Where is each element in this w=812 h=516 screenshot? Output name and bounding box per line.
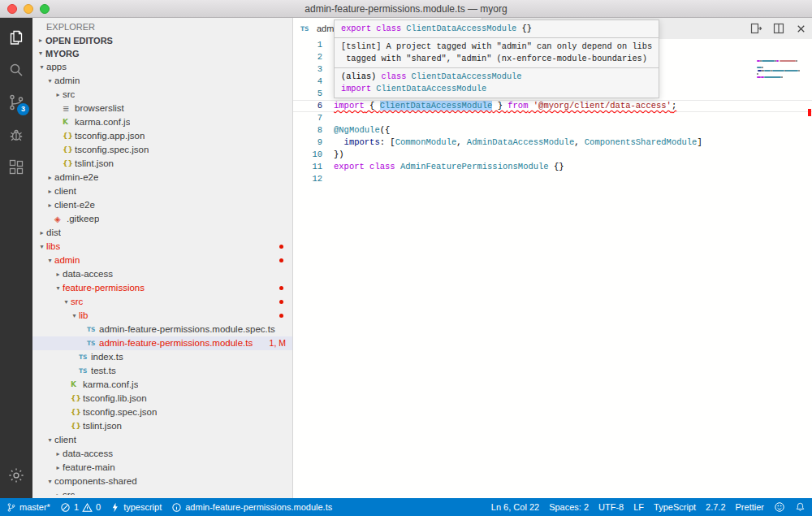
code-token: import: [341, 84, 376, 93]
language-mode-status[interactable]: TypeScript: [654, 502, 696, 512]
code-token: imports: [344, 137, 380, 147]
tree-item-label: admin-feature-permissions.module.spec.ts: [99, 323, 275, 336]
line-number[interactable]: 10: [293, 149, 334, 161]
warning-count: 0: [96, 502, 101, 512]
tree-item-label: src: [71, 295, 83, 309]
open-changes-button[interactable]: [749, 22, 762, 35]
tree-folder-feature-main[interactable]: ▸feature-main: [32, 461, 292, 475]
indentation-status[interactable]: Spaces: 2: [549, 502, 589, 512]
tree-file-index.ts[interactable]: TSindex.ts: [32, 350, 292, 364]
tree-folder-admin-e2e[interactable]: ▸admin-e2e: [32, 171, 292, 184]
line-number[interactable]: 1: [293, 39, 334, 51]
code-token: ;: [672, 101, 676, 111]
encoding-status[interactable]: UTF-8: [598, 502, 624, 512]
code-line-8[interactable]: 8@NgModule({: [293, 124, 812, 137]
close-icon: [795, 23, 807, 35]
tree-file-karma.conf.js[interactable]: Kkarma.conf.js: [32, 378, 292, 392]
tree-file-.gitkeep[interactable]: ◈.gitkeep: [32, 212, 292, 226]
line-number[interactable]: 5: [293, 88, 334, 100]
typescript-task-status[interactable]: typescript: [110, 502, 162, 513]
tree-folder-libs[interactable]: ▾libs: [32, 240, 292, 254]
tree-folder-src[interactable]: ▾src: [32, 295, 292, 309]
git-branch-icon: [6, 502, 16, 513]
tree-folder-src[interactable]: ▸src: [32, 88, 292, 102]
code-line-9[interactable]: 9 imports: [CommonModule, AdminDataAcces…: [293, 137, 812, 149]
tree-file-test.ts[interactable]: TStest.ts: [32, 364, 292, 378]
tree-folder-feature-permissions[interactable]: ▾feature-permissions: [32, 281, 292, 295]
ts-file-icon: TS: [79, 364, 91, 378]
tree-folder-components-shared[interactable]: ▾components-shared: [32, 475, 292, 488]
code-line-11[interactable]: 11export class AdminFeaturePermissionsMo…: [293, 161, 812, 173]
minimap[interactable]: [757, 42, 804, 91]
debug-activity-button[interactable]: [0, 119, 32, 151]
git-branch-status[interactable]: master*: [6, 502, 50, 513]
close-window-button[interactable]: [7, 4, 17, 14]
line-number[interactable]: 9: [293, 137, 334, 149]
tree-file-karma.conf.js[interactable]: Kkarma.conf.js: [32, 115, 292, 129]
prettier-status[interactable]: Prettier: [736, 502, 764, 512]
tree-folder-client[interactable]: ▾client: [32, 433, 292, 447]
line-number[interactable]: 11: [293, 161, 334, 173]
tree-file-admin-feature-permissions.module.ts[interactable]: TSadmin-feature-permissions.module.ts1, …: [32, 336, 292, 350]
tree-folder-src[interactable]: ▸src: [32, 488, 292, 495]
workspace-section-header[interactable]: ▾ MYORG: [32, 47, 292, 60]
json-file-icon: {}: [63, 157, 75, 171]
tree-item-label: admin: [54, 74, 80, 88]
window-controls: [7, 4, 50, 14]
tree-folder-apps[interactable]: ▾apps: [32, 60, 292, 74]
twistie-open-icon: ▾: [70, 309, 79, 323]
close-editor-button[interactable]: [795, 23, 807, 35]
code-line-12[interactable]: 12: [293, 173, 812, 185]
tree-file-browserslist[interactable]: ≡browserslist: [32, 102, 292, 115]
tree-folder-admin[interactable]: ▾admin: [32, 74, 292, 88]
line-number[interactable]: 6: [293, 100, 334, 112]
tree-folder-lib[interactable]: ▾lib: [32, 309, 292, 323]
typescript-version-status[interactable]: 2.7.2: [706, 502, 725, 512]
split-editor-button[interactable]: [772, 22, 785, 35]
tree-folder-data-access[interactable]: ▸data-access: [32, 267, 292, 281]
line-number[interactable]: 2: [293, 51, 334, 63]
notifications-button[interactable]: [795, 501, 806, 513]
problems-status[interactable]: 1 0: [60, 502, 101, 513]
explorer-activity-button[interactable]: [0, 21, 32, 54]
settings-button[interactable]: [0, 459, 32, 492]
eol-status[interactable]: LF: [633, 502, 644, 512]
hover-alias-line: (alias) class ClientDataAccessModule: [341, 71, 652, 83]
tree-folder-client[interactable]: ▸client: [32, 184, 292, 198]
minimap-line-mark: [780, 60, 795, 62]
line-number[interactable]: 3: [293, 63, 334, 76]
line-number[interactable]: 12: [293, 173, 334, 185]
tree-file-tsconfig.lib.json[interactable]: {}tsconfig.lib.json: [32, 392, 292, 405]
tree-file-tsconfig.spec.json[interactable]: {}tsconfig.spec.json: [32, 405, 292, 419]
tree-item-label: client: [54, 433, 76, 447]
code-area[interactable]: 123456import { ClientDataAccessModule } …: [293, 39, 812, 498]
code-line-6[interactable]: 6import { ClientDataAccessModule } from …: [293, 100, 812, 112]
tree-file-tsconfig.spec.json[interactable]: {}tsconfig.spec.json: [32, 143, 292, 157]
tree-file-tsconfig.app.json[interactable]: {}tsconfig.app.json: [32, 129, 292, 143]
source-control-activity-button[interactable]: 3: [0, 86, 32, 119]
active-file-status[interactable]: admin-feature-permissions.module.ts: [171, 502, 332, 513]
tree-folder-data-access[interactable]: ▸data-access: [32, 447, 292, 461]
search-activity-button[interactable]: [0, 54, 32, 86]
line-number[interactable]: 4: [293, 76, 334, 88]
open-editors-section-header[interactable]: ▸ OPEN EDITORS: [32, 34, 292, 47]
title-bar[interactable]: admin-feature-permissions.module.ts — my…: [0, 0, 812, 18]
code-line-10[interactable]: 10}): [293, 149, 812, 161]
typescript-task-label: typescript: [123, 502, 162, 512]
cursor-position-status[interactable]: Ln 6, Col 22: [491, 502, 539, 512]
line-content: }): [334, 149, 344, 161]
maximize-window-button[interactable]: [40, 4, 50, 14]
line-number[interactable]: 8: [293, 124, 334, 137]
tree-folder-client-e2e[interactable]: ▸client-e2e: [32, 198, 292, 212]
twistie-closed-icon: ▸: [54, 88, 63, 102]
tree-folder-dist[interactable]: ▸dist: [32, 226, 292, 240]
extensions-activity-button[interactable]: [0, 151, 32, 184]
tree-file-tslint.json[interactable]: {}tslint.json: [32, 419, 292, 433]
minimize-window-button[interactable]: [24, 4, 33, 14]
code-line-7[interactable]: 7: [293, 112, 812, 124]
line-number[interactable]: 7: [293, 112, 334, 124]
tree-file-admin-feature-permissions.module.spec.ts[interactable]: TSadmin-feature-permissions.module.spec.…: [32, 323, 292, 336]
tree-file-tslint.json[interactable]: {}tslint.json: [32, 157, 292, 171]
feedback-button[interactable]: [774, 501, 785, 513]
tree-folder-admin[interactable]: ▾admin: [32, 254, 292, 267]
